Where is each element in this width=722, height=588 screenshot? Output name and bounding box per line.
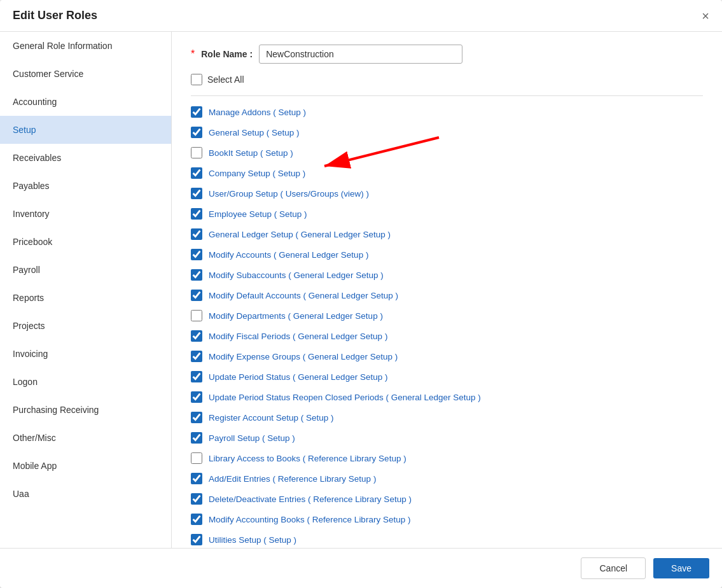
perm-checkbox-add-edit-entries[interactable] xyxy=(191,473,202,484)
perm-checkbox-modify-departments[interactable] xyxy=(191,310,202,321)
sidebar-item-invoicing[interactable]: Invoicing xyxy=(0,340,171,368)
role-name-label: Role Name : xyxy=(201,49,253,59)
perm-label-payroll-setup: Payroll Setup ( Setup ) xyxy=(209,433,295,443)
perm-label-bookit-setup: BookIt Setup ( Setup ) xyxy=(209,148,293,158)
perm-item-modify-default-accounts: Modify Default Accounts ( General Ledger… xyxy=(191,290,703,301)
edit-user-roles-modal: Edit User Roles × General Role Informati… xyxy=(0,0,722,588)
perm-checkbox-payroll-setup[interactable] xyxy=(191,432,202,444)
select-all-label: Select All xyxy=(207,74,244,85)
sidebar-item-customer-service[interactable]: Customer Service xyxy=(0,60,171,88)
perm-item-modify-accounts: Modify Accounts ( General Ledger Setup ) xyxy=(191,249,703,260)
perm-label-update-period-status: Update Period Status ( General Ledger Se… xyxy=(209,372,387,382)
perm-label-modify-expense-groups: Modify Expense Groups ( General Ledger S… xyxy=(209,352,398,361)
required-star: * xyxy=(191,48,195,60)
perm-item-modify-departments: Modify Departments ( General Ledger Setu… xyxy=(191,310,703,321)
perm-checkbox-update-period-reopen[interactable] xyxy=(191,391,202,403)
perm-checkbox-modify-fiscal-periods[interactable] xyxy=(191,330,202,342)
divider xyxy=(191,95,703,96)
perm-item-modify-accounting-books: Modify Accounting Books ( Reference Libr… xyxy=(191,514,703,525)
perm-label-employee-setup: Employee Setup ( Setup ) xyxy=(209,209,307,219)
perm-checkbox-modify-expense-groups[interactable] xyxy=(191,351,202,362)
perm-checkbox-user-group-setup[interactable] xyxy=(191,188,202,199)
perm-checkbox-general-setup[interactable] xyxy=(191,127,202,138)
close-button[interactable]: × xyxy=(702,10,709,22)
sidebar-item-setup[interactable]: Setup xyxy=(0,116,171,144)
perm-item-update-period-reopen: Update Period Status Reopen Closed Perio… xyxy=(191,391,703,403)
sidebar-item-accounting[interactable]: Accounting xyxy=(0,88,171,116)
modal-header: Edit User Roles × xyxy=(0,0,722,32)
perm-item-general-setup: General Setup ( Setup ) xyxy=(191,127,703,138)
svg-line-1 xyxy=(324,137,439,166)
perm-item-modify-subaccounts: Modify Subaccounts ( General Ledger Setu… xyxy=(191,269,703,281)
permissions-list: Manage Addons ( Setup )General Setup ( S… xyxy=(191,106,703,545)
sidebar-item-projects[interactable]: Projects xyxy=(0,312,171,340)
perm-label-user-group-setup: User/Group Setup ( Users/Groups (view) ) xyxy=(209,189,369,199)
perm-checkbox-delete-deactivate[interactable] xyxy=(191,493,202,505)
sidebar-item-other-misc[interactable]: Other/Misc xyxy=(0,424,171,452)
perm-item-delete-deactivate: Delete/Deactivate Entries ( Reference Li… xyxy=(191,493,703,505)
sidebar-item-receivables[interactable]: Receivables xyxy=(0,144,171,172)
sidebar-item-logon[interactable]: Logon xyxy=(0,368,171,396)
perm-item-bookit-setup: BookIt Setup ( Setup ) xyxy=(191,147,703,158)
perm-label-library-access: Library Access to Books ( Reference Libr… xyxy=(209,454,406,463)
modal-title: Edit User Roles xyxy=(13,9,97,22)
perm-label-modify-accounts: Modify Accounts ( General Ledger Setup ) xyxy=(209,250,368,260)
save-button[interactable]: Save xyxy=(653,558,709,578)
select-all-row: Select All xyxy=(191,74,703,85)
role-name-input[interactable] xyxy=(259,45,462,64)
perm-item-payroll-setup: Payroll Setup ( Setup ) xyxy=(191,432,703,444)
perm-checkbox-employee-setup[interactable] xyxy=(191,208,202,220)
modal-footer: Cancel Save xyxy=(0,548,722,588)
perm-checkbox-modify-default-accounts[interactable] xyxy=(191,290,202,301)
perm-item-user-group-setup: User/Group Setup ( Users/Groups (view) ) xyxy=(191,188,703,199)
perm-checkbox-utilities-setup[interactable] xyxy=(191,534,202,545)
perm-item-register-account-setup: Register Account Setup ( Setup ) xyxy=(191,412,703,423)
sidebar-item-payroll[interactable]: Payroll xyxy=(0,256,171,284)
perm-item-modify-fiscal-periods: Modify Fiscal Periods ( General Ledger S… xyxy=(191,330,703,342)
sidebar-item-payables[interactable]: Payables xyxy=(0,172,171,200)
perm-checkbox-library-access[interactable] xyxy=(191,452,202,464)
perm-label-modify-subaccounts: Modify Subaccounts ( General Ledger Setu… xyxy=(209,270,384,280)
sidebar-item-pricebook[interactable]: Pricebook xyxy=(0,228,171,256)
perm-label-modify-default-accounts: Modify Default Accounts ( General Ledger… xyxy=(209,291,398,300)
perm-checkbox-company-setup[interactable] xyxy=(191,167,202,179)
perm-label-utilities-setup: Utilities Setup ( Setup ) xyxy=(209,535,296,545)
role-name-row: * Role Name : xyxy=(191,45,703,64)
perm-item-general-ledger-setup: General Ledger Setup ( General Ledger Se… xyxy=(191,228,703,240)
perm-item-employee-setup: Employee Setup ( Setup ) xyxy=(191,208,703,220)
perm-label-manage-addons: Manage Addons ( Setup ) xyxy=(209,108,306,117)
perm-label-delete-deactivate: Delete/Deactivate Entries ( Reference Li… xyxy=(209,494,412,504)
sidebar-items: Customer ServiceAccountingSetupReceivabl… xyxy=(0,60,171,508)
perm-label-modify-departments: Modify Departments ( General Ledger Setu… xyxy=(209,311,383,321)
sidebar-item-purchasing-receiving[interactable]: Purchasing Receiving xyxy=(0,396,171,424)
perm-checkbox-bookit-setup[interactable] xyxy=(191,147,202,158)
modal-body: General Role Information Customer Servic… xyxy=(0,32,722,548)
sidebar: General Role Information Customer Servic… xyxy=(0,32,172,548)
sidebar-item-uaa[interactable]: Uaa xyxy=(0,480,171,508)
perm-item-add-edit-entries: Add/Edit Entries ( Reference Library Set… xyxy=(191,473,703,484)
perm-checkbox-general-ledger-setup[interactable] xyxy=(191,228,202,240)
perm-checkbox-update-period-status[interactable] xyxy=(191,371,202,382)
sidebar-section-general-role-info[interactable]: General Role Information xyxy=(0,32,171,60)
perm-checkbox-register-account-setup[interactable] xyxy=(191,412,202,423)
perm-label-modify-fiscal-periods: Modify Fiscal Periods ( General Ledger S… xyxy=(209,332,387,341)
sidebar-item-reports[interactable]: Reports xyxy=(0,284,171,312)
perm-label-general-ledger-setup: General Ledger Setup ( General Ledger Se… xyxy=(209,230,391,239)
select-all-checkbox[interactable] xyxy=(191,74,202,85)
perm-checkbox-modify-accounts[interactable] xyxy=(191,249,202,260)
perm-checkbox-modify-accounting-books[interactable] xyxy=(191,514,202,525)
perm-label-update-period-reopen: Update Period Status Reopen Closed Perio… xyxy=(209,393,481,402)
perm-item-update-period-status: Update Period Status ( General Ledger Se… xyxy=(191,371,703,382)
perm-label-modify-accounting-books: Modify Accounting Books ( Reference Libr… xyxy=(209,515,410,524)
perm-item-modify-expense-groups: Modify Expense Groups ( General Ledger S… xyxy=(191,351,703,362)
perm-checkbox-manage-addons[interactable] xyxy=(191,106,202,118)
perm-checkbox-modify-subaccounts[interactable] xyxy=(191,269,202,281)
sidebar-item-mobile-app[interactable]: Mobile App xyxy=(0,452,171,480)
sidebar-item-inventory[interactable]: Inventory xyxy=(0,200,171,228)
main-content: * Role Name : Select All Manage Addons (… xyxy=(172,32,722,548)
cancel-button[interactable]: Cancel xyxy=(581,557,646,579)
perm-label-register-account-setup: Register Account Setup ( Setup ) xyxy=(209,413,334,423)
perm-item-company-setup: Company Setup ( Setup ) xyxy=(191,167,703,179)
perm-label-general-setup: General Setup ( Setup ) xyxy=(209,128,300,137)
perm-item-utilities-setup: Utilities Setup ( Setup ) xyxy=(191,534,703,545)
